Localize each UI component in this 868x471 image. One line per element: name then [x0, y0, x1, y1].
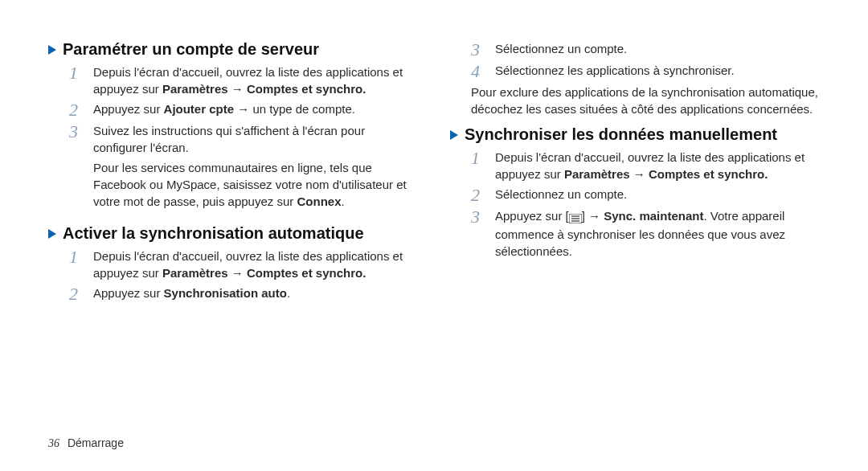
note-post: .	[342, 195, 345, 208]
step: 2 Appuyez sur Ajouter cpte → un type de …	[69, 100, 418, 119]
steps-list: 1 Depuis l'écran d'accueil, ouvrez la li…	[48, 63, 418, 156]
step-text: Suivez les instructions qui s'affichent …	[93, 124, 365, 154]
columns: Paramétrer un compte de serveur 1 Depuis…	[48, 40, 820, 317]
steps-list: 1 Depuis l'écran d'accueil, ouvrez la li…	[48, 248, 418, 303]
step: 2 Appuyez sur Synchronisation auto.	[69, 285, 418, 303]
chevron-right-icon	[450, 130, 458, 140]
manual-page: Paramétrer un compte de serveur 1 Depuis…	[0, 0, 868, 471]
section-server-account: Paramétrer un compte de serveur 1 Depuis…	[48, 40, 418, 210]
section-title: Synchroniser les données manuellement	[450, 125, 820, 144]
left-column: Paramétrer un compte de serveur 1 Depuis…	[48, 40, 418, 317]
step-text-post: .	[287, 286, 290, 300]
section-title-text: Synchroniser les données manuellement	[465, 125, 777, 144]
section-title: Activer la synchronisation automatique	[48, 224, 418, 243]
section-note: Pour les services communautaires en lign…	[48, 159, 418, 210]
step-number: 2	[69, 285, 84, 303]
paragraph: Pour exclure des applications de la sync…	[450, 84, 820, 117]
step-text: Sélectionnez un compte.	[495, 187, 627, 201]
step: 1 Depuis l'écran d'accueil, ouvrez la li…	[471, 149, 820, 182]
step-text: Appuyez sur	[93, 286, 164, 300]
footer-label: Démarrage	[68, 436, 124, 449]
step-text-pre2: ] →	[582, 209, 604, 223]
step-number: 2	[471, 186, 485, 204]
step-body: Suivez les instructions qui s'affichent …	[93, 122, 418, 156]
page-number: 36	[48, 437, 59, 449]
step-bold: Paramètres → Comptes et synchro.	[162, 82, 366, 96]
step-bold: Sync. maintenant	[604, 209, 703, 223]
step-number: 3	[69, 122, 84, 141]
step-body: Depuis l'écran d'accueil, ouvrez la list…	[93, 248, 418, 281]
step-body: Appuyez sur Synchronisation auto.	[93, 285, 418, 301]
chevron-right-icon	[48, 45, 56, 55]
step: 2 Sélectionnez un compte.	[471, 186, 820, 204]
step-body: Sélectionnez un compte.	[495, 40, 820, 57]
step-number: 1	[69, 248, 84, 266]
step-bold: Synchronisation auto	[164, 286, 287, 300]
step-body: Depuis l'écran d'accueil, ouvrez la list…	[93, 63, 418, 97]
section-title-text: Paramétrer un compte de serveur	[63, 40, 319, 59]
section-manual-sync: Synchroniser les données manuellement 1 …	[450, 125, 820, 260]
step-text: Sélectionnez un compte.	[495, 42, 627, 55]
step-number: 1	[69, 63, 84, 82]
step: 1 Depuis l'écran d'accueil, ouvrez la li…	[69, 248, 418, 281]
step-number: 3	[471, 40, 485, 59]
step: 4 Sélectionnez les applications à synchr…	[471, 62, 820, 80]
step-number: 4	[471, 62, 485, 80]
step: 3 Sélectionnez un compte.	[471, 40, 820, 59]
note-bold: Connex	[297, 195, 341, 208]
step-bold: Ajouter cpte	[164, 102, 235, 116]
step-text: Sélectionnez les applications à synchron…	[495, 63, 735, 77]
step-body: Depuis l'écran d'accueil, ouvrez la list…	[495, 149, 820, 182]
step-body: Appuyez sur Ajouter cpte → un type de co…	[93, 100, 418, 117]
step-number: 1	[471, 149, 485, 167]
step-bold: Paramètres → Comptes et synchro.	[162, 266, 366, 280]
step-number: 3	[471, 207, 485, 226]
step: 3 Suivez les instructions qui s'affichen…	[69, 122, 418, 156]
step-text: Appuyez sur	[93, 102, 164, 116]
step: 3 Appuyez sur [] → Sync. maintenant. Vot…	[471, 207, 820, 260]
step-bold: Paramètres → Comptes et synchro.	[564, 167, 768, 181]
step: 1 Depuis l'écran d'accueil, ouvrez la li…	[69, 63, 418, 97]
menu-icon	[569, 209, 582, 226]
steps-list: 1 Depuis l'écran d'accueil, ouvrez la li…	[450, 149, 820, 260]
section-title: Paramétrer un compte de serveur	[48, 40, 418, 59]
step-body: Appuyez sur [] → Sync. maintenant. Votre…	[495, 207, 820, 260]
step-body: Sélectionnez un compte.	[495, 186, 820, 203]
step-text-pre1: Appuyez sur [	[495, 209, 569, 223]
note-text: Pour les services communautaires en lign…	[93, 161, 407, 208]
section-title-text: Activer la synchronisation automatique	[63, 224, 364, 243]
right-column: 3 Sélectionnez un compte. 4 Sélectionnez…	[450, 40, 820, 317]
step-body: Sélectionnez les applications à synchron…	[495, 62, 820, 79]
step-text-post: → un type de compte.	[234, 102, 355, 116]
section-auto-sync: Activer la synchronisation automatique 1…	[48, 224, 418, 303]
chevron-right-icon	[48, 229, 56, 239]
page-footer: 36 Démarrage	[48, 436, 124, 450]
step-number: 2	[69, 100, 84, 119]
steps-list-continued: 3 Sélectionnez un compte. 4 Sélectionnez…	[450, 40, 820, 80]
